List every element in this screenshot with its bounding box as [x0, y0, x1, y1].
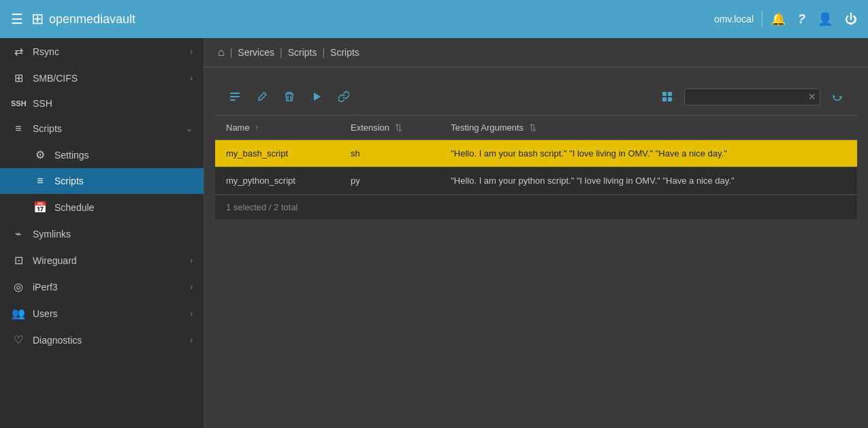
sidebar-item-smb-cifs[interactable]: ⊞ SMB/CIFS ›	[0, 65, 204, 91]
sort-asc-icon: ↑	[255, 122, 259, 133]
delete-button[interactable]	[278, 85, 301, 108]
sidebar-item-settings[interactable]: ⚙ Settings	[0, 142, 204, 168]
svg-marker-3	[314, 93, 321, 101]
sort-icon: ⇅	[395, 122, 402, 133]
sidebar-item-schedule[interactable]: 📅 Schedule	[0, 194, 204, 220]
col-extension[interactable]: Extension ⇅	[340, 116, 440, 140]
table-header: Name ↑ Extension ⇅ Testing Arguments ⇅	[215, 116, 857, 140]
symlinks-icon: ⌁	[11, 227, 26, 240]
chevron-right-icon: ›	[190, 47, 193, 56]
sidebar-item-wireguard[interactable]: ⊡ Wireguard ›	[0, 247, 204, 274]
toolbar-right: ✕	[656, 85, 849, 108]
content-area: ⌂ | Services | Scripts | Scripts	[204, 38, 868, 428]
sidebar-item-diagnostics[interactable]: ♡ Diagnostics ›	[0, 327, 204, 353]
search-clear-icon[interactable]: ✕	[808, 91, 816, 102]
col-testing-label: Testing Arguments	[451, 122, 524, 133]
settings-icon: ⚙	[33, 148, 48, 161]
sidebar-item-users[interactable]: 👥 Users ›	[0, 300, 204, 327]
power-icon[interactable]: ⏻	[845, 12, 857, 27]
svg-rect-1	[230, 96, 240, 97]
breadcrumb-scripts-2: Scripts	[330, 47, 359, 58]
sidebar-item-scripts-sub[interactable]: ≡ Scripts	[0, 168, 204, 194]
help-icon[interactable]: ?	[798, 12, 805, 27]
app-grid-icon: ⊞	[31, 10, 44, 28]
chevron-down-icon: ⌄	[186, 124, 193, 133]
toolbar: ✕	[215, 78, 857, 116]
grid-view-button[interactable]	[656, 85, 679, 108]
sidebar-item-ssh[interactable]: SSH SSH	[0, 91, 204, 116]
refresh-button[interactable]	[826, 85, 849, 108]
sidebar-item-label: Scripts	[33, 123, 179, 134]
table-body: my_bash_script sh "Hello. I am your bash…	[215, 140, 857, 195]
rsync-icon: ⇄	[11, 45, 26, 58]
main-layout: ⇄ Rsync › ⊞ SMB/CIFS › SSH SSH ≡ Scripts…	[0, 38, 868, 428]
edit-button[interactable]	[251, 85, 274, 108]
sidebar-item-label: SSH	[33, 98, 193, 109]
cell-testing-args: "Hello. I am your python script." "I lov…	[440, 167, 857, 195]
breadcrumb-sep-2: |	[280, 47, 283, 58]
notification-icon[interactable]: 🔔	[771, 12, 786, 27]
search-wrapper: ✕	[684, 88, 820, 105]
scripts-table: Name ↑ Extension ⇅ Testing Arguments ⇅	[215, 116, 857, 195]
col-extension-label: Extension	[351, 122, 389, 133]
view-details-button[interactable]	[223, 85, 246, 108]
wireguard-icon: ⊡	[11, 254, 26, 267]
topbar-divider	[762, 11, 762, 27]
diagnostics-icon: ♡	[11, 333, 26, 346]
topbar: ☰ ⊞ openmediavault omv.local 🔔 ? 👤 ⏻	[0, 0, 868, 38]
user-icon[interactable]: 👤	[818, 12, 833, 27]
hostname-label: omv.local	[714, 14, 754, 24]
sidebar-item-label: Scripts	[54, 176, 84, 186]
chevron-right-icon: ›	[190, 73, 193, 83]
sort-icon-2: ⇅	[529, 122, 536, 133]
sidebar-item-rsync[interactable]: ⇄ Rsync ›	[0, 38, 204, 65]
breadcrumb: ⌂ | Services | Scripts | Scripts	[204, 38, 868, 67]
scripts-sub-icon: ≡	[33, 175, 48, 187]
sidebar-item-label: Settings	[54, 150, 89, 161]
sidebar-item-iperf3[interactable]: ◎ iPerf3 ›	[0, 274, 204, 300]
cell-extension: sh	[340, 140, 440, 167]
cell-extension: py	[340, 167, 440, 195]
table-row[interactable]: my_bash_script sh "Hello. I am your bash…	[215, 140, 857, 167]
breadcrumb-services[interactable]: Services	[238, 47, 274, 58]
col-name[interactable]: Name ↑	[215, 116, 340, 140]
table-row[interactable]: my_python_script py "Hello. I am your py…	[215, 167, 857, 195]
sidebar-item-symlinks[interactable]: ⌁ Symlinks	[0, 220, 204, 247]
sidebar-item-label: Users	[33, 308, 183, 319]
breadcrumb-sep-3: |	[322, 47, 325, 58]
svg-rect-0	[230, 93, 240, 94]
col-name-label: Name	[226, 122, 250, 133]
svg-rect-7	[668, 97, 672, 101]
app-title: openmediavault	[49, 12, 135, 27]
schedule-icon: 📅	[33, 201, 48, 214]
users-icon: 👥	[11, 307, 26, 320]
svg-rect-6	[662, 97, 666, 101]
svg-rect-4	[662, 92, 666, 96]
sidebar-item-label: Rsync	[33, 46, 183, 57]
run-button[interactable]	[305, 85, 328, 108]
sidebar: ⇄ Rsync › ⊞ SMB/CIFS › SSH SSH ≡ Scripts…	[0, 38, 204, 428]
chevron-right-icon: ›	[190, 309, 193, 318]
link-button[interactable]	[332, 85, 355, 108]
sidebar-item-scripts[interactable]: ≡ Scripts ⌄	[0, 116, 204, 142]
col-testing-arguments[interactable]: Testing Arguments ⇅	[440, 116, 857, 140]
menu-icon[interactable]: ☰	[11, 11, 23, 27]
chevron-right-icon: ›	[190, 335, 193, 345]
sidebar-item-label: Schedule	[54, 202, 94, 213]
statusbar: 1 selected / 2 total	[215, 195, 857, 219]
chevron-right-icon: ›	[190, 256, 193, 265]
search-input[interactable]	[684, 88, 820, 105]
table-container: Name ↑ Extension ⇅ Testing Arguments ⇅	[215, 116, 857, 195]
ssh-icon: SSH	[11, 99, 26, 108]
sidebar-item-label: iPerf3	[33, 282, 183, 293]
smb-icon: ⊞	[11, 71, 26, 84]
cell-name: my_bash_script	[215, 140, 340, 167]
scripts-panel: ✕	[215, 78, 857, 219]
sidebar-item-label: Diagnostics	[33, 335, 183, 346]
home-icon[interactable]: ⌂	[218, 46, 225, 59]
svg-rect-2	[230, 99, 236, 101]
cell-name: my_python_script	[215, 167, 340, 195]
breadcrumb-scripts-1[interactable]: Scripts	[288, 47, 317, 58]
breadcrumb-sep-1: |	[230, 47, 233, 58]
scripts-icon: ≡	[11, 122, 26, 135]
